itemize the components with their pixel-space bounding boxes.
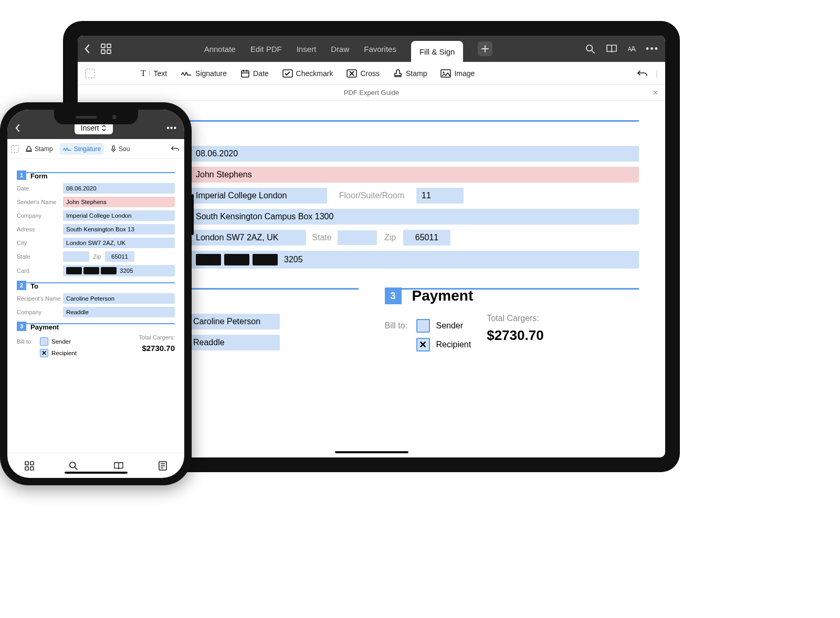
book-icon[interactable]: [606, 44, 617, 54]
option-recipient: Recipient: [51, 350, 77, 356]
tool-stamp-label: Stamp: [35, 145, 53, 153]
section-2-number: 2: [17, 281, 26, 290]
tool-stamp[interactable]: Stamp: [389, 67, 431, 80]
tool-cross[interactable]: Cross: [342, 67, 384, 80]
label-total: Total Cargers:: [139, 334, 175, 340]
tool-signature[interactable]: Signature: [176, 67, 231, 80]
label-total: Total Cargers:: [487, 314, 543, 323]
speaker-icon: [76, 116, 97, 119]
field-zip[interactable]: 65011: [403, 230, 450, 246]
mode-label: Insert: [81, 124, 99, 132]
document-title-bar: PDF Expert Guide ×: [78, 85, 665, 101]
tool-cross-label: Cross: [360, 69, 380, 78]
svg-rect-2: [101, 50, 105, 54]
tool-sound[interactable]: Sou: [107, 143, 133, 155]
field-address[interactable]: South Kensington Box 13: [63, 224, 175, 235]
back-chevron-icon[interactable]: [84, 44, 90, 54]
svg-rect-11: [25, 461, 28, 464]
option-sender: Sender: [436, 321, 464, 331]
svg-point-9: [443, 71, 445, 73]
svg-rect-0: [101, 44, 105, 48]
label-company2: Company: [17, 309, 63, 315]
grid-icon[interactable]: [25, 461, 34, 471]
field-floor[interactable]: 11: [416, 188, 464, 204]
grid-icon[interactable]: [101, 44, 111, 54]
label-date: Date: [17, 185, 63, 191]
checkbox-sender[interactable]: [416, 319, 430, 333]
label-billto: Bill to:: [385, 321, 416, 331]
field-company2[interactable]: Readdle: [188, 335, 280, 350]
document-title: PDF Expert Guide: [344, 89, 400, 97]
close-icon[interactable]: ×: [653, 88, 658, 98]
field-card[interactable]: 3205: [63, 265, 175, 276]
field-recipient[interactable]: Caroline Peterson: [188, 314, 280, 329]
field-recipient[interactable]: Caroline Peterson: [63, 293, 175, 304]
field-company2[interactable]: Readdle: [63, 307, 175, 317]
iphone-screen: Insert ••• Stamp Singature Sou: [7, 110, 184, 478]
field-state[interactable]: [63, 251, 89, 262]
label-city: City: [17, 240, 63, 246]
tab-draw[interactable]: Draw: [331, 36, 349, 62]
tool-signature[interactable]: Singature: [59, 143, 104, 155]
tool-date[interactable]: Date: [236, 67, 273, 80]
home-indicator[interactable]: [335, 451, 408, 453]
field-state[interactable]: [338, 230, 377, 245]
label-state: State: [306, 230, 338, 246]
undo-icon[interactable]: [171, 145, 180, 152]
field-city[interactable]: London SW7 2AZ, UK: [191, 230, 306, 246]
svg-rect-5: [242, 71, 249, 77]
checkbox-recipient[interactable]: ✕: [416, 338, 430, 351]
checkbox-recipient[interactable]: ✕: [40, 349, 48, 357]
camera-icon: [112, 115, 117, 119]
field-sender[interactable]: John Stephens: [63, 197, 175, 207]
tool-text[interactable]: T| Text: [136, 67, 171, 80]
tool-image[interactable]: Image: [436, 67, 479, 80]
label-billto: Bill to:: [17, 338, 40, 345]
tab-insert[interactable]: Insert: [297, 36, 317, 62]
tool-date-label: Date: [253, 69, 269, 78]
field-sender[interactable]: John Stephens: [191, 167, 639, 183]
search-icon[interactable]: [585, 44, 595, 54]
field-date[interactable]: 08.06.2020: [63, 183, 175, 194]
tab-edit-pdf[interactable]: Edit PDF: [250, 36, 282, 62]
notch: [54, 110, 138, 124]
card-mask-icon: [83, 267, 99, 274]
search-icon[interactable]: [69, 461, 78, 471]
add-tab-button[interactable]: [478, 41, 492, 56]
more-icon[interactable]: •••: [166, 123, 177, 133]
card-mask-icon: [101, 267, 117, 274]
tool-checkmark[interactable]: Checkmark: [278, 67, 338, 80]
undo-icon[interactable]: [637, 69, 648, 78]
book-icon[interactable]: [113, 462, 124, 470]
more-icon[interactable]: •••: [646, 44, 659, 55]
field-address[interactable]: South Kensington Campus Box 1300: [191, 209, 639, 225]
field-city[interactable]: London SW7 2AZ, UK: [63, 238, 175, 248]
label-company: Company: [17, 212, 63, 219]
tab-annotate[interactable]: Annotate: [204, 36, 236, 62]
selection-tool-icon[interactable]: [12, 145, 19, 153]
field-card[interactable]: 3205: [191, 251, 639, 269]
card-mask-icon: [224, 254, 249, 265]
field-zip[interactable]: 65011: [105, 251, 134, 262]
tool-stamp[interactable]: Stamp: [22, 143, 56, 155]
card-last4: 3205: [120, 268, 133, 274]
label-card: Card: [17, 268, 63, 274]
field-company[interactable]: Imperial College London: [63, 210, 175, 221]
section-1-number: 1: [17, 171, 26, 180]
text-size-icon[interactable]: AA: [628, 45, 635, 53]
selection-tool-icon[interactable]: [85, 69, 94, 78]
section-2-title: To: [30, 282, 175, 290]
tool-sound-label: Sou: [119, 145, 130, 153]
home-indicator[interactable]: [65, 472, 128, 474]
label-state: State: [17, 253, 63, 260]
outline-icon[interactable]: [159, 461, 167, 471]
field-date[interactable]: 08.06.2020: [191, 146, 639, 162]
checkbox-sender[interactable]: [40, 337, 48, 346]
tab-favorites[interactable]: Favorites: [364, 36, 396, 62]
phone-side-button: [192, 194, 194, 235]
field-company[interactable]: Imperial College London: [191, 188, 327, 204]
back-chevron-icon[interactable]: [15, 124, 20, 132]
label-sender: Sender's Name: [17, 199, 63, 205]
placeholder-floor[interactable]: Floor/Suite/Room: [327, 188, 416, 204]
tab-fill-sign[interactable]: Fill & Sign: [411, 41, 464, 62]
